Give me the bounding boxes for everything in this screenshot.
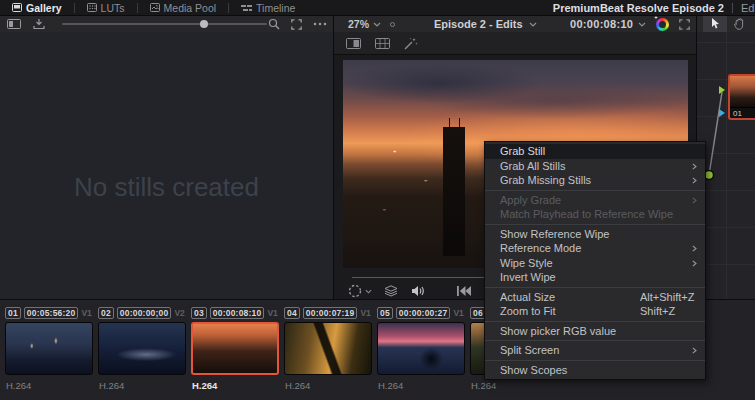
page-tabs: Gallery LUTs Media Pool Timeline	[0, 0, 307, 15]
clip-codec-label: H.264	[284, 380, 372, 391]
clip-number-badge: 03	[191, 307, 207, 319]
luts-icon	[87, 3, 97, 12]
image-wipe-icon[interactable]	[346, 38, 361, 49]
gallery-empty-message: No stills created	[0, 172, 333, 203]
node-input-green-triangle	[719, 86, 725, 94]
slider-knob[interactable]	[200, 20, 208, 28]
node-number: 01	[730, 108, 755, 118]
davinci-resolve-color-page: Gallery LUTs Media Pool Timeline Premium…	[0, 0, 755, 400]
clip-codec-label: H.264	[191, 380, 279, 391]
hand-icon	[734, 18, 745, 30]
viewer-zoom-dropdown[interactable]: 27%	[348, 18, 381, 30]
menu-divider	[485, 360, 705, 361]
tab-media-pool-label: Media Pool	[164, 2, 217, 14]
menu-item-grab-still[interactable]: Grab Still	[485, 144, 705, 159]
viewer-sub-toolbar	[334, 32, 696, 55]
clip-thumbnail[interactable]	[98, 322, 186, 375]
menu-divider	[485, 340, 705, 341]
clip-timecode-badge: 00:00:00:27	[396, 307, 451, 319]
viewer-expand-icon[interactable]	[679, 19, 690, 30]
menu-item-invert-wipe[interactable]: Invert Wipe	[485, 270, 705, 285]
timeline-selector[interactable]: Episode 2 - Edits	[434, 18, 537, 30]
chevron-down-icon	[529, 22, 537, 27]
skyscraper-silhouette	[443, 127, 465, 256]
go-to-start-icon[interactable]	[457, 286, 471, 296]
menu-item-split-screen[interactable]: Split Screen	[485, 343, 705, 358]
timeline-clip-04[interactable]: 0400:00:07:19V1 H.264	[284, 306, 372, 391]
menu-item-show-scopes[interactable]: Show Scopes	[485, 363, 705, 378]
shortcut-label: Shift+Z	[640, 305, 675, 317]
chevron-down-icon	[365, 289, 372, 294]
clipped-menu-text[interactable]: Edit	[741, 2, 755, 14]
menu-divider	[485, 321, 705, 322]
thumbnail-size-slider[interactable]	[62, 23, 267, 25]
tab-media-pool[interactable]: Media Pool	[138, 0, 229, 15]
tab-luts-label: LUTs	[101, 2, 125, 14]
timecode-display[interactable]: 00:00:08:10	[570, 18, 646, 30]
tab-timeline[interactable]: Timeline	[229, 0, 307, 15]
layers-icon[interactable]	[384, 285, 398, 297]
corrector-node-01[interactable]: 01	[728, 74, 755, 120]
title-area: PremiumBeat Resolve Episode 2 Edit	[553, 0, 755, 16]
timeline-clip-02[interactable]: 0200:00:00;00V2 H.264	[98, 306, 186, 391]
panel-toggle-icon[interactable]	[7, 19, 21, 29]
options-ellipsis-icon[interactable]	[313, 22, 327, 26]
clip-track-label: V1	[360, 308, 370, 318]
menu-item-show-picker-rgb-value[interactable]: Show picker RGB value	[485, 324, 705, 339]
clip-timecode-badge: 00:00:07:19	[303, 307, 358, 319]
tab-timeline-label: Timeline	[256, 2, 295, 14]
clip-number-badge: 04	[284, 307, 300, 319]
viewer-context-menu: Grab Still Grab All Stills Grab Missing …	[484, 141, 706, 380]
menu-item-match-playhead: Match Playhead to Reference Wipe	[485, 207, 705, 222]
menu-item-grab-all-stills[interactable]: Grab All Stills	[485, 159, 705, 174]
submenu-chevron-icon	[692, 347, 697, 354]
clip-thumbnail[interactable]	[5, 322, 93, 375]
clip-codec-label: H.264	[98, 380, 186, 391]
tab-luts[interactable]: LUTs	[75, 0, 137, 15]
clip-timecode-badge: 00:00:08:10	[210, 307, 265, 319]
clip-codec-label: H.264	[470, 380, 558, 391]
clip-number-badge: 05	[377, 307, 393, 319]
pan-tool[interactable]	[727, 16, 751, 32]
timeline-clip-01[interactable]: 0100:05:56:20V1 H.264	[5, 306, 93, 391]
grab-still-icon[interactable]	[33, 19, 45, 30]
chevron-down-icon	[373, 22, 381, 27]
submenu-chevron-icon	[692, 177, 697, 184]
clip-number-badge: 01	[5, 307, 21, 319]
letterbox-indicator-icon[interactable]	[390, 22, 395, 27]
submenu-chevron-icon	[692, 197, 697, 204]
node-editor-header	[697, 16, 755, 32]
timeline-clip-03-selected[interactable]: 0300:00:08:10V1 H.264	[191, 306, 279, 391]
clip-codec-label: H.264	[377, 380, 465, 391]
gallery-icon	[12, 3, 22, 12]
menu-item-grab-missing-stills[interactable]: Grab Missing Stills	[485, 173, 705, 188]
submenu-chevron-icon	[692, 260, 697, 267]
timeline-clip-05[interactable]: 0500:00:00:27V1 H.264	[377, 306, 465, 391]
expand-panel-icon[interactable]	[291, 19, 302, 30]
gallery-panel: No stills created	[0, 32, 334, 299]
menu-item-wipe-style[interactable]: Wipe Style	[485, 256, 705, 271]
bypass-grades-icon[interactable]	[656, 18, 669, 31]
shortcut-label: Alt+Shift+Z	[640, 291, 694, 303]
clip-track-label: V2	[174, 308, 184, 318]
menu-item-zoom-to-fit[interactable]: Zoom to FitShift+Z	[485, 304, 705, 319]
tab-gallery[interactable]: Gallery	[0, 0, 74, 15]
search-icon[interactable]	[268, 18, 280, 30]
menu-item-actual-size[interactable]: Actual SizeAlt+Shift+Z	[485, 290, 705, 305]
menu-item-show-reference-wipe[interactable]: Show Reference Wipe	[485, 227, 705, 242]
menu-divider	[485, 190, 705, 191]
submenu-chevron-icon	[692, 245, 697, 252]
menu-item-apply-grade: Apply Grade	[485, 193, 705, 208]
menu-item-reference-mode[interactable]: Reference Mode	[485, 241, 705, 256]
magic-wand-icon[interactable]	[404, 37, 418, 50]
jog-mode-icon[interactable]	[348, 284, 372, 298]
clip-track-label: V1	[453, 308, 463, 318]
grid-view-icon[interactable]	[375, 38, 390, 49]
clip-thumbnail[interactable]	[191, 322, 279, 375]
clip-thumbnail[interactable]	[377, 322, 465, 375]
chevron-down-icon	[638, 22, 646, 27]
clip-timecode-badge: 00:05:56:20	[24, 307, 79, 319]
pointer-tool[interactable]	[703, 16, 727, 32]
clip-thumbnail[interactable]	[284, 322, 372, 375]
audio-mute-icon[interactable]	[411, 285, 425, 297]
